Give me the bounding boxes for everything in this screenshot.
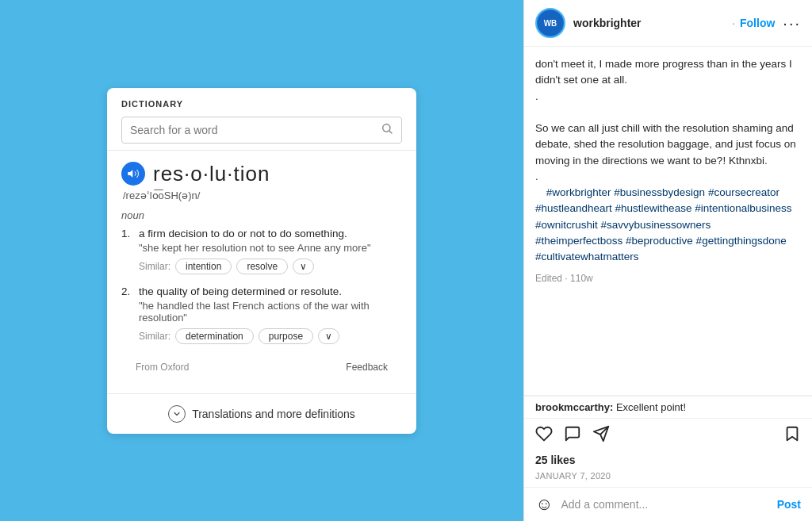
def-number-row: 1. a firm decision to do or not to do so…: [121, 228, 402, 239]
def-number: 1.: [121, 228, 134, 239]
svg-line-1: [389, 131, 392, 133]
post-actions: [524, 418, 812, 450]
def-number: 2.: [121, 285, 134, 297]
dict-header: DICTIONARY: [107, 88, 416, 151]
chevron-down-icon: [168, 405, 186, 423]
def-number-row: 2. the quality of being determined or re…: [121, 285, 402, 297]
search-input[interactable]: [130, 124, 381, 136]
def-example: "she kept her resolution not to see Anne…: [139, 242, 402, 254]
follow-button[interactable]: Follow: [740, 17, 775, 29]
share-button[interactable]: [592, 425, 610, 447]
similar-row: Similar: determination purpose ∨: [139, 328, 402, 344]
comment-input[interactable]: [561, 498, 768, 511]
bookmark-button[interactable]: [783, 425, 801, 447]
definition-list: 1. a firm decision to do or not to do so…: [121, 228, 402, 344]
similar-row: Similar: intention resolve ∨: [139, 259, 402, 274]
action-icons: [535, 425, 801, 447]
avatar: WB: [535, 8, 565, 38]
def-text: a firm decision to do or not to do somet…: [139, 228, 347, 239]
dict-title: DICTIONARY: [121, 99, 402, 109]
similar-tag-resolve[interactable]: resolve: [236, 259, 288, 274]
def-text: the quality of being determined or resol…: [139, 285, 342, 297]
comment-input-row: ☺ Post: [524, 487, 812, 521]
similar-label: Similar:: [139, 331, 170, 342]
source-label: From Oxford: [136, 362, 189, 373]
more-label: Translations and more definitions: [192, 408, 355, 420]
like-button[interactable]: [535, 425, 553, 447]
search-box[interactable]: [121, 117, 402, 144]
expand-tag[interactable]: ∨: [293, 259, 314, 274]
phonetic: /rezəˈlo͞oSH(ə)n/: [121, 190, 402, 201]
post-date: January 7, 2020: [524, 469, 812, 487]
avatar-text: WB: [544, 19, 557, 28]
dict-footer: From Oxford Feedback: [121, 355, 402, 382]
caption-text: don't meet it, I made more progress than…: [535, 58, 799, 198]
definition-item: 2. the quality of being determined or re…: [121, 285, 402, 344]
search-icon: [381, 122, 393, 138]
expand-tag-2[interactable]: ∨: [318, 328, 339, 344]
word-display: res·o·lu·tion: [153, 162, 270, 186]
speaker-button[interactable]: [121, 162, 145, 186]
definition-item: 1. a firm decision to do or not to do so…: [121, 228, 402, 274]
similar-tag-determination[interactable]: determination: [175, 328, 254, 344]
post-caption: don't meet it, I made more progress than…: [524, 47, 812, 396]
avatar-inner: WB: [538, 10, 563, 36]
feedback-link[interactable]: Feedback: [346, 362, 388, 373]
username[interactable]: workbrighter: [573, 17, 727, 29]
emoji-button[interactable]: ☺: [535, 494, 553, 515]
commenter-name: brookmccarthy:: [535, 401, 613, 413]
right-panel: WB workbrighter · Follow ··· don't meet …: [523, 0, 812, 521]
word-row: res·o·lu·tion: [121, 162, 402, 186]
separator-dot: ·: [732, 17, 735, 29]
similar-tag-intention[interactable]: intention: [175, 259, 232, 274]
post-header: WB workbrighter · Follow ···: [524, 0, 812, 47]
hashtags: #workbrighter #businessbydesign #coursec…: [535, 186, 791, 262]
more-options-button[interactable]: ···: [783, 14, 801, 33]
left-panel: DICTIONARY res·o·lu·tion /rezəˈlo͞oSH(ə)…: [0, 0, 523, 521]
edited-info: Edited · 110w: [535, 271, 801, 285]
dict-body: res·o·lu·tion /rezəˈlo͞oSH(ə)n/ noun 1. …: [107, 151, 416, 393]
likes-count: 25 likes: [524, 450, 812, 469]
dictionary-card: DICTIONARY res·o·lu·tion /rezəˈlo͞oSH(ə)…: [107, 88, 416, 434]
comment-text: Excellent point!: [616, 401, 686, 413]
more-definitions-button[interactable]: Translations and more definitions: [107, 393, 416, 434]
similar-tag-purpose[interactable]: purpose: [259, 328, 313, 344]
part-of-speech: noun: [121, 209, 402, 221]
similar-label: Similar:: [139, 261, 170, 272]
comment-button[interactable]: [564, 425, 581, 447]
def-example: "he handled the last French actions of t…: [139, 300, 402, 324]
comment-preview: brookmccarthy: Excellent point!: [524, 396, 812, 418]
post-comment-button[interactable]: Post: [777, 498, 801, 511]
